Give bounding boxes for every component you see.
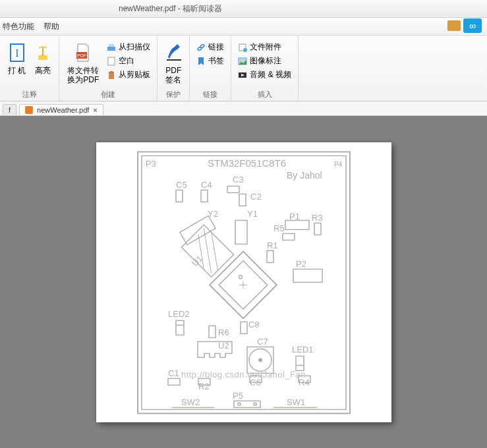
svg-rect-30 [239,194,246,206]
svg-text:R3: R3 [312,212,323,222]
svg-rect-72 [168,378,180,385]
document-tab-2[interactable]: newWeather.pdf × [19,104,103,115]
svg-rect-50 [293,269,322,282]
svg-text:C8: C8 [248,319,260,329]
svg-rect-59 [209,325,215,337]
svg-text:U2: U2 [218,340,229,350]
svg-text:P4: P4 [334,160,343,167]
svg-rect-6 [107,47,115,51]
svg-point-81 [238,403,241,405]
highlight-button[interactable]: T 高亮 [31,38,55,78]
menu-features[interactable]: 特色功能 [3,21,34,32]
pdf-page: http://blog.csdn.net/Jahol_Fan P3 STM32F… [96,142,391,422]
svg-point-82 [254,403,256,405]
svg-text:R6: R6 [218,327,229,337]
group-label-create: 创建 [101,88,115,99]
close-tab-icon[interactable]: × [93,106,97,114]
document-tab-1[interactable]: f [3,104,16,115]
group-label-annotate: 注释 [22,88,37,99]
svg-rect-33 [235,220,247,244]
svg-text:LED2: LED2 [168,308,190,318]
svg-rect-25 [176,190,183,202]
svg-text:C5: C5 [176,179,187,189]
svg-rect-57 [176,320,184,335]
group-label-insert: 插入 [258,88,272,99]
svg-text:C2: C2 [250,191,262,201]
svg-text:U1: U1 [189,253,204,267]
svg-text:LED1: LED1 [292,344,314,354]
svg-rect-38 [283,233,295,240]
highlight-label: 高亮 [35,66,51,75]
image-annotation-button[interactable]: 图像标注 [235,55,294,67]
svg-text:SW1: SW1 [287,397,305,406]
file-attachment-button[interactable]: 文件附件 [235,41,294,53]
svg-rect-27 [201,190,208,202]
group-label-protect: 保护 [166,88,181,99]
convert-to-pdf-button[interactable]: PDF 将文件转 换为PDF [63,38,103,88]
folder-icon[interactable] [447,20,461,31]
svg-text:C3: C3 [233,174,244,184]
bookmark-icon [196,57,206,66]
document-tab-bar: f newWeather.pdf × [0,101,487,116]
svg-text:P2: P2 [296,258,306,268]
svg-text:P1: P1 [289,211,300,221]
pdf-file-icon [25,106,33,114]
link-button[interactable]: 链接 [194,41,227,53]
svg-text:R1: R1 [267,240,278,250]
svg-rect-10 [110,71,113,73]
svg-text:T: T [40,45,47,58]
svg-text:P3: P3 [146,158,156,168]
svg-rect-37 [285,220,309,229]
pdf-sign-label: PDF 签名 [165,66,181,85]
pdf-sign-button[interactable]: PDF 签名 [161,38,185,88]
cloud-sync-icon[interactable]: ∞ [463,18,482,33]
svg-rect-61 [241,322,247,333]
svg-rect-29 [227,186,239,192]
watermark-text: http://blog.csdn.net/Jahol_Fan [181,370,306,379]
svg-line-43 [185,228,230,273]
svg-text:R5: R5 [273,223,285,233]
menu-help[interactable]: 帮助 [43,21,59,32]
from-scanner-button[interactable]: 从扫描仪 [104,41,153,53]
ribbon-group-insert: 文件附件 图像标注 音频 & 视频 插入 [231,36,299,101]
audio-video-button[interactable]: 音频 & 视频 [235,69,294,81]
attachment-icon [238,43,247,52]
svg-text:SW2: SW2 [181,397,200,406]
ribbon-group-link: 链接 书签 链接 [190,36,231,101]
svg-text:C7: C7 [257,336,268,346]
blank-button[interactable]: 空白 [104,55,153,67]
svg-point-16 [241,59,243,61]
svg-text:By Jahol: By Jahol [287,169,322,180]
svg-text:PDF: PDF [77,53,86,58]
clipboard-icon [107,70,116,80]
svg-point-14 [243,48,247,52]
svg-text:R2: R2 [198,381,210,391]
ribbon-group-create: PDF 将文件转 换为PDF 从扫描仪 空白 从剪贴板 创建 [59,36,158,101]
svg-text:I: I [15,47,18,59]
svg-rect-35 [179,215,215,244]
svg-point-12 [200,43,205,47]
bookmark-button[interactable]: 书签 [194,55,227,67]
svg-text:C1: C1 [168,368,179,378]
svg-rect-7 [109,44,114,47]
menu-bar: 特色功能 帮助 ∞ [0,18,487,36]
link-icon [196,43,206,52]
title-text: newWeather.pdf - 福昕阅读器 [119,3,222,14]
svg-text:C4: C4 [201,179,212,189]
image-icon [238,57,247,66]
title-bar: newWeather.pdf - 福昕阅读器 [0,0,487,18]
ribbon-toolbar: I 打 机 T 高亮 注释 PDF 将文件转 换为PDF 从扫描仪 空白 从剪贴… [0,36,487,101]
typewriter-button[interactable]: I 打 机 [4,38,30,78]
media-icon [238,70,247,80]
pdf-viewer[interactable]: http://blog.csdn.net/Jahol_Fan P3 STM32F… [0,116,487,448]
svg-point-67 [258,358,262,362]
svg-rect-69 [296,356,304,370]
svg-rect-48 [267,250,273,262]
svg-rect-41 [314,223,321,235]
group-label-link: 链接 [203,88,217,99]
svg-rect-8 [108,57,115,65]
typewriter-label: 打 机 [8,66,26,75]
svg-text:P5: P5 [233,390,243,400]
from-clipboard-button[interactable]: 从剪贴板 [104,69,153,81]
scanner-icon [107,43,116,52]
